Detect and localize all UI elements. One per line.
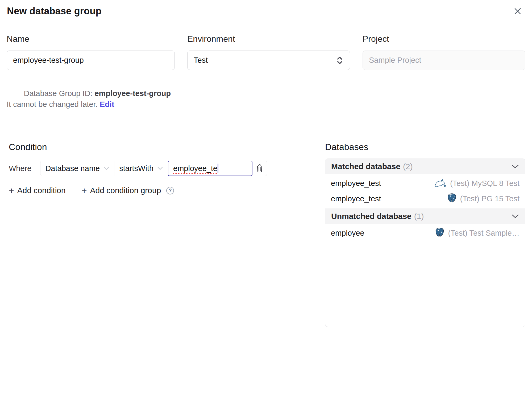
instance-label: (Test) PG 15 Test (460, 194, 520, 203)
condition-operator-value: startsWith (119, 164, 153, 173)
matched-database-header[interactable]: Matched database(2) (325, 159, 525, 174)
unmatched-database-title: Unmatched database(1) (331, 212, 424, 221)
mysql-icon (434, 178, 447, 188)
database-row: employee (Test) Test Sample… (325, 225, 525, 241)
name-input[interactable] (7, 51, 175, 70)
section-divider (7, 131, 525, 131)
close-icon (513, 6, 522, 16)
project-field-group: Project (363, 34, 525, 121)
condition-row: Where Database name startsWith (9, 161, 325, 176)
environment-field-group: Environment Test (187, 34, 350, 121)
edit-link[interactable]: Edit (100, 100, 114, 109)
environment-label: Environment (187, 34, 350, 44)
databases-heading: Databases (325, 142, 525, 152)
unmatched-database-header[interactable]: Unmatched database(1) (325, 209, 525, 224)
add-condition-button[interactable]: + Add condition (9, 186, 66, 195)
dialog-header: New database group (0, 0, 532, 22)
chevron-down-icon (103, 167, 109, 170)
chevron-down-icon (157, 167, 163, 170)
where-label: Where (9, 164, 31, 173)
close-button[interactable] (513, 6, 522, 16)
group-id-helper: Database Group ID: employee-test-group I… (7, 77, 175, 121)
database-row: employee_test (Test) PG 15 Test (325, 191, 525, 206)
name-label: Name (7, 34, 175, 44)
database-row: employee_test (Test) MySQL 8 Test (325, 176, 525, 191)
add-condition-label: Add condition (17, 186, 66, 195)
dialog-title: New database group (7, 6, 102, 17)
condition-field-value: Database name (45, 164, 100, 173)
matched-database-title: Matched database(2) (331, 162, 413, 171)
condition-section: Condition Where Database name startsWith (7, 142, 325, 195)
postgresql-icon (447, 193, 457, 204)
plus-icon: + (9, 186, 14, 195)
postgresql-icon (435, 227, 445, 239)
add-condition-group-label: Add condition group (90, 186, 161, 195)
condition-field-dropdown[interactable]: Database name (40, 161, 114, 176)
delete-condition-button[interactable] (252, 161, 267, 176)
form-grid: Name Database Group ID: employee-test-gr… (7, 34, 525, 121)
database-instance: (Test) Test Sample… (435, 227, 519, 239)
chevron-up-down-icon (336, 55, 344, 65)
condition-value-text: employee_te (173, 164, 217, 173)
matched-database-rows: employee_test (Test) MySQL 8 Test (325, 174, 525, 209)
database-name: employee_test (331, 179, 381, 188)
condition-actions: + Add condition + Add condition group ? (9, 186, 325, 195)
trash-icon (256, 164, 264, 173)
helper-group-id: employee-test-group (94, 89, 171, 98)
condition-heading: Condition (9, 142, 325, 152)
condition-expression-group: Database name startsWith (40, 161, 267, 176)
plus-icon: + (82, 186, 87, 195)
dialog-body: Name Database Group ID: employee-test-gr… (0, 34, 532, 327)
database-instance: (Test) MySQL 8 Test (434, 178, 519, 188)
environment-select[interactable]: Test (187, 51, 350, 70)
add-condition-group-button[interactable]: + Add condition group (82, 186, 161, 195)
chevron-down-icon (511, 214, 519, 219)
condition-operator-dropdown[interactable]: startsWith (114, 161, 168, 176)
project-input (363, 51, 525, 70)
helper-prefix: Database Group ID: (24, 89, 94, 98)
help-icon[interactable]: ? (166, 187, 174, 194)
instance-label: (Test) Test Sample… (448, 229, 519, 238)
databases-panel: Matched database(2) employee_test (325, 159, 525, 327)
databases-section: Databases Matched database(2) empl (325, 142, 525, 327)
database-instance: (Test) PG 15 Test (447, 193, 520, 204)
unmatched-database-rows: employee (Test) Test Sample… (325, 224, 525, 243)
lower-section: Condition Where Database name startsWith (7, 142, 525, 327)
text-caret (218, 164, 218, 173)
name-field-group: Name Database Group ID: employee-test-gr… (7, 34, 175, 121)
environment-selected-value: Test (194, 56, 208, 65)
condition-value-input[interactable]: employee_te (168, 161, 252, 176)
database-name: employee (331, 229, 364, 238)
chevron-down-icon (511, 164, 519, 169)
instance-label: (Test) MySQL 8 Test (450, 179, 519, 188)
project-label: Project (363, 34, 525, 44)
database-name: employee_test (331, 194, 381, 203)
